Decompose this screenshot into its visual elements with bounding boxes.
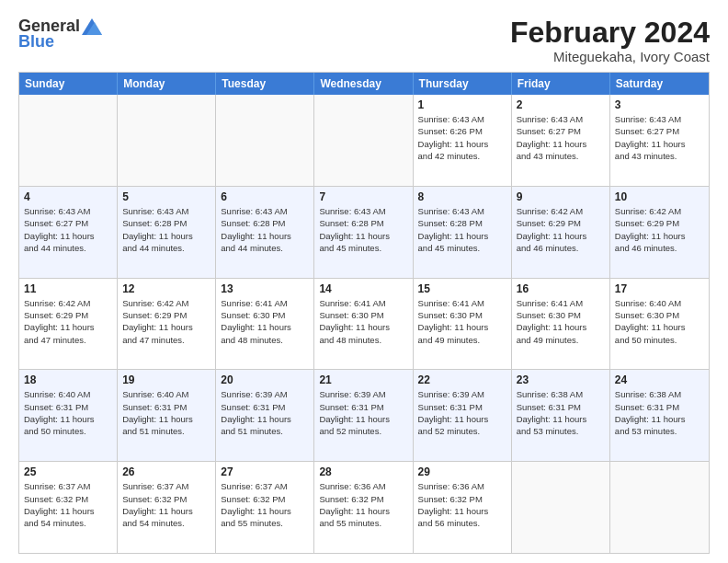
- day-info: Sunrise: 6:38 AMSunset: 6:31 PMDaylight:…: [615, 388, 704, 437]
- calendar-cell: 21Sunrise: 6:39 AMSunset: 6:31 PMDayligh…: [314, 370, 413, 461]
- day-number: 17: [615, 282, 704, 295]
- main-title: February 2024: [510, 17, 710, 49]
- calendar-cell: 10Sunrise: 6:42 AMSunset: 6:29 PMDayligh…: [610, 187, 709, 278]
- header-day-monday: Monday: [118, 73, 216, 95]
- day-number: 28: [319, 465, 407, 478]
- calendar-cell: 7Sunrise: 6:43 AMSunset: 6:28 PMDaylight…: [314, 187, 413, 278]
- day-number: 7: [319, 190, 407, 203]
- calendar-cell: 26Sunrise: 6:37 AMSunset: 6:32 PMDayligh…: [118, 462, 216, 553]
- calendar-cell: 8Sunrise: 6:43 AMSunset: 6:28 PMDaylight…: [414, 187, 512, 278]
- calendar-cell: 9Sunrise: 6:42 AMSunset: 6:29 PMDaylight…: [512, 187, 610, 278]
- header-day-thursday: Thursday: [414, 73, 512, 95]
- day-info: Sunrise: 6:41 AMSunset: 6:30 PMDaylight:…: [221, 297, 309, 346]
- day-info: Sunrise: 6:36 AMSunset: 6:32 PMDaylight:…: [418, 480, 506, 529]
- day-number: 14: [319, 282, 407, 295]
- day-info: Sunrise: 6:43 AMSunset: 6:26 PMDaylight:…: [418, 113, 506, 162]
- calendar-cell: 11Sunrise: 6:42 AMSunset: 6:29 PMDayligh…: [19, 279, 118, 370]
- calendar-cell: [314, 95, 413, 186]
- calendar-cell: 18Sunrise: 6:40 AMSunset: 6:31 PMDayligh…: [19, 370, 118, 461]
- calendar-body: 1Sunrise: 6:43 AMSunset: 6:26 PMDaylight…: [19, 95, 709, 553]
- calendar-cell: 1Sunrise: 6:43 AMSunset: 6:26 PMDaylight…: [414, 95, 512, 186]
- day-number: 29: [418, 465, 506, 478]
- day-number: 16: [517, 282, 605, 295]
- day-number: 22: [418, 373, 506, 386]
- calendar-cell: 25Sunrise: 6:37 AMSunset: 6:32 PMDayligh…: [19, 462, 118, 553]
- day-info: Sunrise: 6:43 AMSunset: 6:28 PMDaylight:…: [418, 205, 506, 254]
- calendar-cell: 19Sunrise: 6:40 AMSunset: 6:31 PMDayligh…: [118, 370, 216, 461]
- calendar-row-1: 4Sunrise: 6:43 AMSunset: 6:27 PMDaylight…: [19, 186, 709, 278]
- day-number: 1: [418, 98, 506, 111]
- day-info: Sunrise: 6:42 AMSunset: 6:29 PMDaylight:…: [517, 205, 605, 254]
- day-number: 15: [418, 282, 506, 295]
- calendar-cell: [216, 95, 314, 186]
- day-number: 3: [615, 98, 704, 111]
- calendar-cell: [118, 95, 216, 186]
- calendar-row-0: 1Sunrise: 6:43 AMSunset: 6:26 PMDaylight…: [19, 95, 709, 186]
- day-number: 20: [221, 373, 309, 386]
- day-number: 4: [24, 190, 112, 203]
- day-info: Sunrise: 6:40 AMSunset: 6:31 PMDaylight:…: [122, 388, 210, 437]
- calendar: SundayMondayTuesdayWednesdayThursdayFrid…: [18, 72, 710, 554]
- calendar-cell: 3Sunrise: 6:43 AMSunset: 6:27 PMDaylight…: [610, 95, 709, 186]
- day-number: 10: [615, 190, 704, 203]
- day-info: Sunrise: 6:43 AMSunset: 6:28 PMDaylight:…: [319, 205, 407, 254]
- calendar-cell: 12Sunrise: 6:42 AMSunset: 6:29 PMDayligh…: [118, 279, 216, 370]
- calendar-cell: 15Sunrise: 6:41 AMSunset: 6:30 PMDayligh…: [414, 279, 512, 370]
- calendar-cell: 24Sunrise: 6:38 AMSunset: 6:31 PMDayligh…: [610, 370, 709, 461]
- day-number: 24: [615, 373, 704, 386]
- day-number: 26: [122, 465, 210, 478]
- subtitle: Miteguekaha, Ivory Coast: [510, 49, 710, 64]
- day-info: Sunrise: 6:42 AMSunset: 6:29 PMDaylight:…: [24, 297, 112, 346]
- calendar-cell: 4Sunrise: 6:43 AMSunset: 6:27 PMDaylight…: [19, 187, 118, 278]
- day-info: Sunrise: 6:39 AMSunset: 6:31 PMDaylight:…: [319, 388, 407, 437]
- day-info: Sunrise: 6:42 AMSunset: 6:29 PMDaylight:…: [615, 205, 704, 254]
- calendar-cell: [512, 462, 610, 553]
- calendar-row-2: 11Sunrise: 6:42 AMSunset: 6:29 PMDayligh…: [19, 278, 709, 370]
- calendar-cell: 16Sunrise: 6:41 AMSunset: 6:30 PMDayligh…: [512, 279, 610, 370]
- calendar-cell: 5Sunrise: 6:43 AMSunset: 6:28 PMDaylight…: [118, 187, 216, 278]
- day-number: 18: [24, 373, 112, 386]
- day-info: Sunrise: 6:41 AMSunset: 6:30 PMDaylight:…: [517, 297, 605, 346]
- day-number: 27: [221, 465, 309, 478]
- day-number: 9: [517, 190, 605, 203]
- calendar-cell: 29Sunrise: 6:36 AMSunset: 6:32 PMDayligh…: [414, 462, 512, 553]
- day-number: 12: [122, 282, 210, 295]
- day-number: 13: [221, 282, 309, 295]
- calendar-header: SundayMondayTuesdayWednesdayThursdayFrid…: [19, 73, 709, 95]
- day-info: Sunrise: 6:43 AMSunset: 6:27 PMDaylight:…: [615, 113, 704, 162]
- day-info: Sunrise: 6:40 AMSunset: 6:30 PMDaylight:…: [615, 297, 704, 346]
- day-info: Sunrise: 6:39 AMSunset: 6:31 PMDaylight:…: [418, 388, 506, 437]
- calendar-cell: [19, 95, 118, 186]
- day-info: Sunrise: 6:42 AMSunset: 6:29 PMDaylight:…: [122, 297, 210, 346]
- calendar-cell: [610, 462, 709, 553]
- calendar-cell: 23Sunrise: 6:38 AMSunset: 6:31 PMDayligh…: [512, 370, 610, 461]
- day-number: 8: [418, 190, 506, 203]
- day-number: 19: [122, 373, 210, 386]
- calendar-row-4: 25Sunrise: 6:37 AMSunset: 6:32 PMDayligh…: [19, 461, 709, 553]
- day-number: 21: [319, 373, 407, 386]
- day-number: 2: [517, 98, 605, 111]
- day-info: Sunrise: 6:37 AMSunset: 6:32 PMDaylight:…: [122, 480, 210, 529]
- day-info: Sunrise: 6:41 AMSunset: 6:30 PMDaylight:…: [319, 297, 407, 346]
- header: General Blue February 2024 Miteguekaha, …: [18, 17, 710, 64]
- header-day-tuesday: Tuesday: [216, 73, 314, 95]
- calendar-cell: 28Sunrise: 6:36 AMSunset: 6:32 PMDayligh…: [314, 462, 413, 553]
- day-info: Sunrise: 6:36 AMSunset: 6:32 PMDaylight:…: [319, 480, 407, 529]
- title-block: February 2024 Miteguekaha, Ivory Coast: [510, 17, 710, 64]
- day-info: Sunrise: 6:40 AMSunset: 6:31 PMDaylight:…: [24, 388, 112, 437]
- calendar-cell: 6Sunrise: 6:43 AMSunset: 6:28 PMDaylight…: [216, 187, 314, 278]
- header-day-friday: Friday: [512, 73, 610, 95]
- calendar-cell: 20Sunrise: 6:39 AMSunset: 6:31 PMDayligh…: [216, 370, 314, 461]
- logo-blue: Blue: [18, 32, 54, 52]
- calendar-cell: 22Sunrise: 6:39 AMSunset: 6:31 PMDayligh…: [414, 370, 512, 461]
- day-info: Sunrise: 6:41 AMSunset: 6:30 PMDaylight:…: [418, 297, 506, 346]
- page: General Blue February 2024 Miteguekaha, …: [0, 0, 728, 563]
- day-number: 11: [24, 282, 112, 295]
- logo-icon: [82, 18, 102, 35]
- calendar-row-3: 18Sunrise: 6:40 AMSunset: 6:31 PMDayligh…: [19, 369, 709, 461]
- day-info: Sunrise: 6:43 AMSunset: 6:27 PMDaylight:…: [24, 205, 112, 254]
- calendar-cell: 13Sunrise: 6:41 AMSunset: 6:30 PMDayligh…: [216, 279, 314, 370]
- day-number: 6: [221, 190, 309, 203]
- day-number: 23: [517, 373, 605, 386]
- day-info: Sunrise: 6:39 AMSunset: 6:31 PMDaylight:…: [221, 388, 309, 437]
